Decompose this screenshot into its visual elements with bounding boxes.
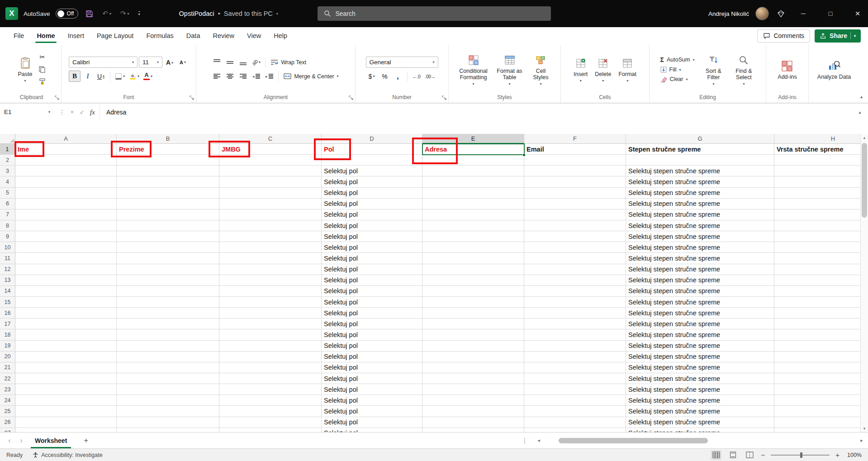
wrap-text-button[interactable]: Wrap Text <box>269 58 308 67</box>
row-header-17[interactable]: 17 <box>0 318 15 329</box>
cell-E20[interactable] <box>422 352 524 362</box>
cell-H2[interactable] <box>774 155 868 166</box>
tab-page-layout[interactable]: Page Layout <box>90 27 140 44</box>
cell-H27[interactable] <box>774 428 868 432</box>
cell-D11[interactable]: Selektuj pol <box>322 253 422 264</box>
scroll-left-arrow[interactable]: ◂ <box>535 437 542 443</box>
next-sheet-button[interactable]: › <box>15 435 27 447</box>
copy-button[interactable] <box>36 64 48 75</box>
cell-C16[interactable] <box>219 308 322 318</box>
cell-D18[interactable]: Selektuj pol <box>322 329 422 340</box>
cell-C2[interactable] <box>219 155 322 166</box>
align-left-button[interactable] <box>211 71 223 82</box>
cancel-entry-button[interactable]: × <box>71 109 74 115</box>
cell-E25[interactable] <box>422 406 524 417</box>
row-header-14[interactable]: 14 <box>0 286 15 297</box>
vertical-scrollbar-thumb[interactable] <box>862 143 867 218</box>
decrease-indent-button[interactable]: ◂ <box>250 71 262 82</box>
increase-decimal-button[interactable]: ←.0 <box>411 71 422 82</box>
collapse-ribbon-button[interactable]: ▴ <box>860 94 863 99</box>
cell-C22[interactable] <box>219 373 322 384</box>
cell-A4[interactable] <box>15 176 117 187</box>
cell-B21[interactable] <box>117 362 219 373</box>
tab-help[interactable]: Help <box>267 27 294 44</box>
row-header-22[interactable]: 22 <box>0 373 15 384</box>
cell-E8[interactable] <box>422 220 524 231</box>
font-color-button[interactable]: A ▾ <box>142 71 154 82</box>
cell-E22[interactable] <box>422 373 524 384</box>
alignment-dialog-launcher[interactable] <box>349 95 353 100</box>
cell-A17[interactable] <box>15 318 117 329</box>
comma-style-button[interactable]: , <box>392 71 404 82</box>
user-name[interactable]: Andreja Nikolić <box>708 10 749 17</box>
increase-indent-button[interactable]: ▸ <box>263 71 275 82</box>
font-family-select[interactable]: Calibri ▾ <box>69 57 138 68</box>
cell-G25[interactable]: Selektuj stepen stručne spreme <box>626 406 774 417</box>
cell-A2[interactable] <box>15 155 117 166</box>
cell-G18[interactable]: Selektuj stepen stručne spreme <box>626 329 774 340</box>
formula-input[interactable]: Adresa <box>100 104 852 120</box>
column-header-f[interactable]: F <box>524 134 626 144</box>
cell-G24[interactable]: Selektuj stepen stručne spreme <box>626 395 774 406</box>
cell-D19[interactable]: Selektuj pol <box>322 341 422 352</box>
font-size-select[interactable]: 11 ▾ <box>139 57 162 68</box>
cell-G22[interactable]: Selektuj stepen stručne spreme <box>626 373 774 384</box>
bold-button[interactable]: B <box>69 71 81 82</box>
cell-F13[interactable] <box>524 275 626 286</box>
cell-F20[interactable] <box>524 352 626 362</box>
cell-A3[interactable] <box>15 166 117 176</box>
cell-G27[interactable]: Selektuj stepen stručne spreme <box>626 428 774 432</box>
cell-A27[interactable] <box>15 428 117 432</box>
cell-H6[interactable] <box>774 199 868 209</box>
column-header-g[interactable]: G <box>626 134 774 144</box>
cell-G4[interactable]: Selektuj stepen stručne spreme <box>626 176 774 187</box>
cell-F16[interactable] <box>524 308 626 318</box>
cell-H23[interactable] <box>774 384 868 395</box>
cell-H7[interactable] <box>774 209 868 220</box>
accessibility-status[interactable]: Accessibility: Investigate <box>33 452 102 458</box>
cell-F19[interactable] <box>524 341 626 352</box>
cell-B3[interactable] <box>117 166 219 176</box>
cell-B6[interactable] <box>117 199 219 209</box>
cell-styles-button[interactable]: Cell Styles ▾ <box>527 52 555 87</box>
cell-E14[interactable] <box>422 286 524 297</box>
sort-filter-button[interactable]: Sort & Filter ▾ <box>700 52 727 87</box>
cell-C23[interactable] <box>219 384 322 395</box>
analyze-data-button[interactable]: Analyze Data <box>814 57 854 81</box>
cell-A6[interactable] <box>15 199 117 209</box>
cell-F17[interactable] <box>524 318 626 329</box>
tab-view[interactable]: View <box>241 27 267 44</box>
cell-G6[interactable]: Selektuj stepen stručne spreme <box>626 199 774 209</box>
cell-G12[interactable]: Selektuj stepen stručne spreme <box>626 264 774 275</box>
cell-C1[interactable]: JMBG <box>219 144 322 155</box>
cell-F27[interactable] <box>524 428 626 432</box>
cell-A22[interactable] <box>15 373 117 384</box>
cut-button[interactable]: ✂ <box>36 52 48 63</box>
decrease-decimal-button[interactable]: .00→ <box>424 71 437 82</box>
zoom-slider[interactable] <box>771 455 830 456</box>
cell-H1[interactable]: Vrsta stručne spreme <box>774 144 868 155</box>
scroll-up-arrow[interactable]: ▴ <box>861 134 868 141</box>
fill-handle[interactable] <box>522 153 526 157</box>
cell-B12[interactable] <box>117 264 219 275</box>
borders-button[interactable]: ▾ <box>114 71 126 82</box>
cell-D15[interactable]: Selektuj pol <box>322 297 422 308</box>
cell-B14[interactable] <box>117 286 219 297</box>
cell-D8[interactable]: Selektuj pol <box>322 220 422 231</box>
horizontal-scrollbar-track[interactable] <box>543 437 857 444</box>
sheetbar-more-icon[interactable]: ⋮ <box>522 437 528 444</box>
align-middle-button[interactable] <box>224 57 236 68</box>
cell-F4[interactable] <box>524 176 626 187</box>
cell-E12[interactable] <box>422 264 524 275</box>
row-header-10[interactable]: 10 <box>0 242 15 253</box>
currency-button[interactable]: $▾ <box>366 71 378 82</box>
formula-drag-handle-icon[interactable]: ⋮ <box>59 109 65 116</box>
fill-button[interactable]: Fill▾ <box>659 66 683 74</box>
cell-C11[interactable] <box>219 253 322 264</box>
cell-A19[interactable] <box>15 341 117 352</box>
cell-F6[interactable] <box>524 199 626 209</box>
cell-A21[interactable] <box>15 362 117 373</box>
vertical-scrollbar[interactable]: ▴ ▾ <box>860 134 868 432</box>
cell-C9[interactable] <box>219 231 322 242</box>
cell-G14[interactable]: Selektuj stepen stručne spreme <box>626 286 774 297</box>
